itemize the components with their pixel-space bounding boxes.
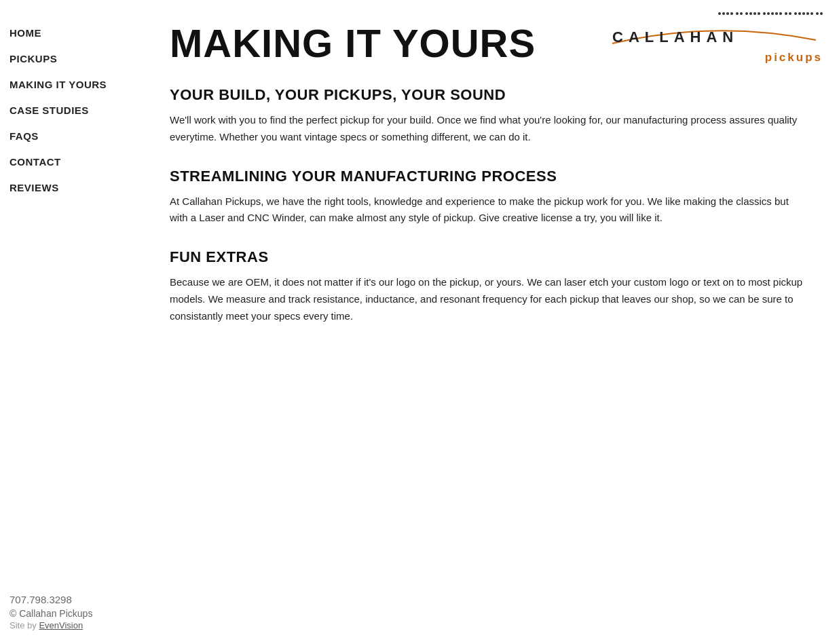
sidebar: HOME PICKUPS MAKING IT YOURS CASE STUDIE…	[0, 0, 143, 644]
sidebar-item-case-studies[interactable]: CASE STUDIES	[0, 98, 143, 124]
section-heading-streamlining: STREAMLINING YOUR MANUFACTURING PROCESS	[170, 168, 808, 185]
logo-container: CALLAHAN pickups	[596, 7, 832, 70]
sidebar-link-home[interactable]: HOME	[10, 27, 41, 39]
site-by-link[interactable]: EvenVision	[39, 620, 83, 630]
sidebar-link-contact[interactable]: CONTACT	[10, 156, 61, 168]
svg-text:CALLAHAN: CALLAHAN	[612, 29, 739, 45]
section-streamlining: STREAMLINING YOUR MANUFACTURING PROCESS …	[170, 168, 808, 227]
footer-copyright: © Callahan Pickups	[10, 608, 92, 619]
footer-phone: 707.798.3298	[10, 594, 92, 605]
sidebar-item-contact[interactable]: CONTACT	[0, 149, 143, 175]
sidebar-link-reviews[interactable]: REVIEWS	[10, 182, 59, 193]
sidebar-link-making-it-yours[interactable]: MAKING IT YOURS	[10, 79, 107, 90]
footer: 707.798.3298 © Callahan Pickups Site by …	[10, 594, 92, 630]
section-body-extras: Because we are OEM, it does not matter i…	[170, 274, 808, 324]
section-heading-build: YOUR BUILD, YOUR PICKUPS, YOUR SOUND	[170, 86, 808, 104]
sidebar-item-home[interactable]: HOME	[0, 20, 143, 46]
sidebar-link-pickups[interactable]: PICKUPS	[10, 53, 57, 64]
sidebar-item-faqs[interactable]: FAQS	[0, 124, 143, 149]
section-heading-extras: FUN EXTRAS	[170, 248, 808, 266]
sidebar-nav: HOME PICKUPS MAKING IT YOURS CASE STUDIE…	[0, 20, 143, 201]
site-by-label: Site by	[10, 620, 37, 630]
sidebar-link-case-studies[interactable]: CASE STUDIES	[10, 105, 89, 116]
logo-dots-row	[718, 12, 823, 15]
footer-site-by: Site by EvenVision	[10, 620, 92, 630]
header-logo: CALLAHAN pickups	[596, 7, 832, 70]
section-body-build: We'll work with you to find the perfect …	[170, 112, 808, 146]
sidebar-item-pickups[interactable]: PICKUPS	[0, 46, 143, 72]
logo-svg: CALLAHAN	[605, 16, 823, 54]
sidebar-item-making-it-yours[interactable]: MAKING IT YOURS	[0, 72, 143, 98]
section-body-streamlining: At Callahan Pickups, we have the right t…	[170, 193, 808, 227]
section-build: YOUR BUILD, YOUR PICKUPS, YOUR SOUND We'…	[170, 86, 808, 146]
section-extras: FUN EXTRAS Because we are OEM, it does n…	[170, 248, 808, 324]
sidebar-link-faqs[interactable]: FAQS	[10, 130, 39, 142]
logo-graphic: CALLAHAN	[605, 16, 823, 54]
sidebar-item-reviews[interactable]: REVIEWS	[0, 175, 143, 201]
